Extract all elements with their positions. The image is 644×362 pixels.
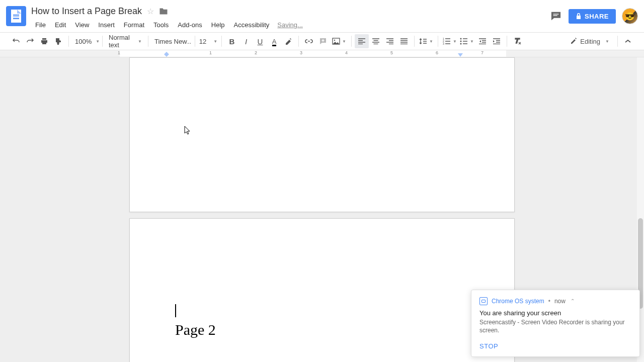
saving-status: Saving... <box>277 21 303 29</box>
screen-share-notification: Chrome OS system • now ⌃ You are sharing… <box>471 290 640 357</box>
avatar[interactable]: 😎 <box>622 8 638 24</box>
notification-body: Screencastify - Screen Video Recorder is… <box>479 318 631 334</box>
ruler[interactable]: 1 1 2 3 4 5 6 7 <box>0 50 644 57</box>
line-spacing-button[interactable]: ▼ <box>418 34 435 48</box>
paragraph-style-select[interactable]: Normal text▼ <box>106 34 145 48</box>
pencil-icon <box>570 38 577 45</box>
collapse-toolbar-button[interactable] <box>621 39 635 43</box>
editing-mode-select[interactable]: Editing ▼ <box>565 38 614 45</box>
menu-insert[interactable]: Insert <box>94 19 119 31</box>
highlight-button[interactable] <box>281 34 295 48</box>
insert-link-button[interactable] <box>302 34 316 48</box>
chevron-up-icon[interactable]: ⌃ <box>571 298 575 304</box>
align-justify-button[interactable] <box>397 34 411 48</box>
right-indent-marker[interactable] <box>458 53 463 57</box>
move-to-folder-icon[interactable] <box>159 8 168 15</box>
share-button[interactable]: SHARE <box>569 9 616 24</box>
undo-button[interactable] <box>9 34 23 48</box>
italic-button[interactable]: I <box>239 34 253 48</box>
svg-point-8 <box>460 41 462 42</box>
svg-rect-0 <box>553 14 559 14</box>
svg-text:3: 3 <box>443 42 444 45</box>
print-button[interactable] <box>37 34 51 48</box>
page-1[interactable] <box>129 57 515 212</box>
redo-button[interactable] <box>23 34 37 48</box>
page-2-text[interactable]: Page 2 <box>175 321 514 338</box>
font-size-select[interactable]: 12▼ <box>198 34 218 48</box>
svg-point-7 <box>460 38 462 40</box>
zoom-select[interactable]: 100%▼ <box>72 34 99 48</box>
align-left-button[interactable] <box>355 34 369 48</box>
star-icon[interactable]: ☆ <box>147 7 154 16</box>
document-title[interactable]: How to Insert a Page Break <box>31 6 142 17</box>
align-right-button[interactable] <box>383 34 397 48</box>
stop-sharing-button[interactable]: STOP <box>479 342 498 350</box>
notification-source: Chrome OS system <box>492 298 544 305</box>
left-indent-marker[interactable] <box>164 52 169 57</box>
bold-button[interactable]: B <box>225 34 239 48</box>
page-2[interactable]: Page 2 <box>129 218 515 362</box>
menu-tools[interactable]: Tools <box>149 19 173 31</box>
menu-edit[interactable]: Edit <box>51 19 70 31</box>
menu-accessibility[interactable]: Accessibility <box>230 19 274 31</box>
svg-point-3 <box>334 40 335 41</box>
font-select[interactable]: Times New…▼ <box>151 34 192 48</box>
insert-image-button[interactable]: ▼ <box>330 34 348 48</box>
add-comment-button[interactable] <box>316 34 330 48</box>
text-cursor <box>175 304 176 317</box>
notification-title: You are sharing your screen <box>479 309 631 317</box>
chromeos-icon <box>479 297 488 305</box>
bulleted-list-button[interactable]: ▼ <box>458 34 475 48</box>
docs-logo[interactable] <box>6 6 26 26</box>
menu-addons[interactable]: Add-ons <box>174 19 206 31</box>
menu-format[interactable]: Format <box>120 19 148 31</box>
menu-bar: File Edit View Insert Format Tools Add-o… <box>31 19 549 31</box>
comments-icon[interactable] <box>549 10 562 22</box>
svg-point-9 <box>460 43 462 45</box>
clear-formatting-button[interactable] <box>510 34 524 48</box>
underline-button[interactable]: U <box>253 34 267 48</box>
notification-time: now <box>554 298 566 305</box>
toolbar: 100%▼ Normal text▼ Times New…▼ 12▼ B I U… <box>0 32 644 50</box>
menu-help[interactable]: Help <box>207 19 229 31</box>
menu-view[interactable]: View <box>71 19 93 31</box>
svg-rect-1 <box>553 15 557 16</box>
paint-format-button[interactable] <box>51 34 65 48</box>
increase-indent-button[interactable] <box>490 34 504 48</box>
lock-icon <box>576 13 582 20</box>
numbered-list-button[interactable]: 123▼ <box>441 34 458 48</box>
align-center-button[interactable] <box>369 34 383 48</box>
text-color-button[interactable]: A <box>267 34 281 48</box>
share-label: SHARE <box>585 13 609 20</box>
decrease-indent-button[interactable] <box>475 34 490 48</box>
menu-file[interactable]: File <box>31 19 50 31</box>
